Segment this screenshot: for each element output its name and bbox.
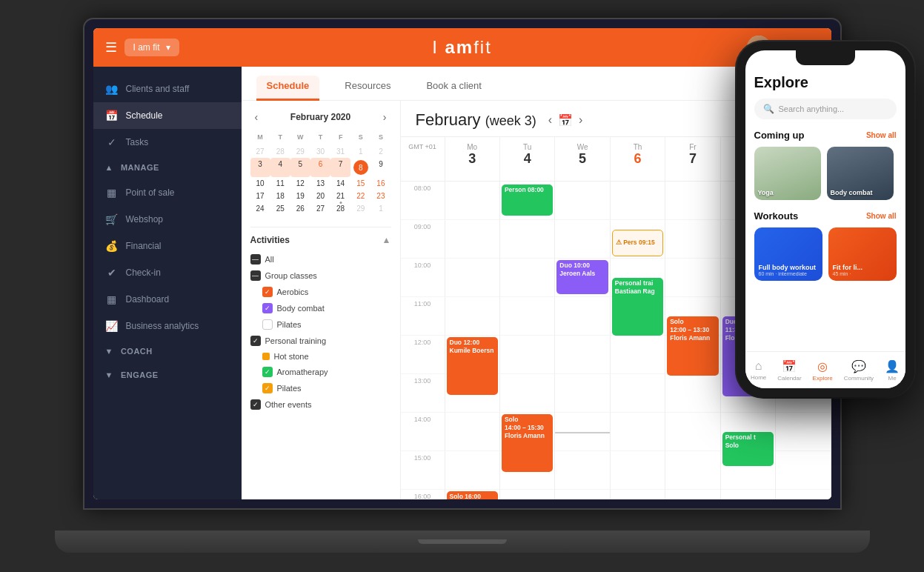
phone-workout-blue[interactable]: Full body workout 60 min · intermediate: [754, 227, 822, 281]
mini-cal-cell[interactable]: 18: [270, 190, 290, 202]
mini-cal-cell[interactable]: 21: [330, 190, 350, 202]
mini-cal-cell[interactable]: 15: [350, 177, 370, 190]
coming-up-show-all[interactable]: Show all: [866, 131, 897, 139]
event-solo-1600[interactable]: Solo 16:00: [447, 491, 498, 499]
sidebar-item-tasks[interactable]: ✓ Tasks: [93, 129, 242, 156]
phone-workout-orange[interactable]: Fit for li... 45 min ·: [828, 227, 897, 281]
sidebar-section-coach[interactable]: ▼ Coach: [93, 339, 242, 363]
checkbox-personal[interactable]: ✓: [250, 336, 261, 346]
mini-cal-prev[interactable]: ‹: [250, 110, 263, 124]
checkin-icon: ✔: [105, 267, 119, 279]
phone-card-yoga[interactable]: Yoga: [754, 147, 821, 200]
mini-cal-cell[interactable]: 5: [290, 158, 310, 177]
mini-cal-cell[interactable]: 9: [370, 158, 390, 177]
hamburger-icon[interactable]: ☰: [105, 39, 117, 56]
phone-nav-calendar[interactable]: 📅 Calendar: [777, 359, 801, 382]
checkbox-pilates[interactable]: [262, 319, 273, 330]
checkbox-aerobics[interactable]: ✓: [262, 287, 273, 297]
mini-cal-cell[interactable]: 23: [370, 190, 390, 202]
checkbox-pilates2[interactable]: ✓: [262, 383, 273, 393]
mini-cal-cell[interactable]: 27: [310, 202, 330, 215]
mini-cal-cell[interactable]: 25: [270, 202, 290, 215]
event-duo-1000[interactable]: Duo 10:00Jeroen Aals: [556, 260, 608, 294]
location-selector[interactable]: I am fit ▾: [124, 39, 179, 56]
phone-nav-me[interactable]: 👤 Me: [885, 359, 900, 382]
mini-cal-cell[interactable]: 31: [330, 145, 350, 158]
event-duo-1200[interactable]: Duo 12:00Kumile Boersn: [447, 337, 498, 395]
event-pers-0915[interactable]: ⚠ Pers 09:15: [612, 230, 663, 256]
mini-cal-cell[interactable]: 1: [370, 202, 390, 215]
sidebar-section-manage[interactable]: ▲ Manage: [93, 156, 242, 179]
phone-nav-home[interactable]: ⌂ Home: [751, 359, 766, 381]
activities-toggle[interactable]: ▲: [382, 235, 391, 245]
pos-icon: ▦: [105, 187, 119, 199]
mini-cal-cell[interactable]: 22: [350, 190, 370, 202]
schedule-prev-btn[interactable]: ‹: [548, 113, 552, 127]
event-solo-1130-fr[interactable]: Solo12:00 – 13:30Floris Amann: [667, 316, 718, 376]
checkbox-aroma[interactable]: ✓: [262, 367, 273, 377]
mini-cal-cell[interactable]: 29: [290, 145, 310, 158]
mini-cal-cell[interactable]: 16: [370, 177, 390, 190]
cell-su-15: [776, 451, 831, 490]
sidebar-item-analytics[interactable]: 📈 Business analytics: [93, 313, 242, 339]
mini-cal-cell[interactable]: 12: [290, 177, 310, 190]
mini-cal-cell[interactable]: 29: [350, 202, 370, 215]
calendar-icon[interactable]: 📅: [558, 113, 573, 127]
mini-cal-next[interactable]: ›: [379, 110, 391, 124]
phone-search[interactable]: 🔍 Search anything...: [754, 99, 897, 119]
mini-cal-cell[interactable]: 28: [270, 145, 290, 158]
sidebar-item-pos[interactable]: ▦ Point of sale: [93, 179, 242, 206]
phone-nav-explore[interactable]: ◎ Explore: [813, 359, 833, 382]
schedule-next-btn[interactable]: ›: [579, 113, 582, 127]
sidebar-item-dashboard[interactable]: ▦ Dashboard: [93, 286, 242, 313]
tab-schedule[interactable]: Schedule: [256, 76, 320, 101]
sidebar-item-financial[interactable]: 💰 Financial: [93, 233, 242, 259]
app-header: ☰ I am fit ▾ I amfit: [93, 28, 831, 67]
phone-card-combat[interactable]: Body combat: [827, 147, 894, 200]
sidebar-item-schedule[interactable]: 📅 Schedule: [93, 102, 242, 129]
mini-cal-cell[interactable]: 30: [310, 145, 330, 158]
mini-cal-cell-today[interactable]: 8: [350, 158, 370, 177]
schedule-title-bold: February: [416, 110, 481, 129]
checkbox-all[interactable]: —: [250, 254, 261, 265]
event-personal-solo-sa[interactable]: Personal tSolo: [722, 432, 774, 466]
mini-cal-cell[interactable]: 4: [270, 158, 290, 177]
community-icon: 💬: [851, 359, 866, 373]
mini-cal-cell[interactable]: 7: [330, 158, 350, 177]
tab-book-client[interactable]: Book a client: [416, 76, 491, 101]
sidebar-label-schedule: Schedule: [126, 110, 163, 121]
sidebar-section-engage[interactable]: ▼ Engage: [93, 363, 242, 387]
mini-cal-cell[interactable]: 26: [290, 202, 310, 215]
left-panel: ‹ February 2020 › M T W: [242, 101, 401, 499]
mini-cal-cell[interactable]: 19: [290, 190, 310, 202]
phone-nav-community[interactable]: 💬 Community: [844, 359, 874, 382]
tab-resources[interactable]: Resources: [334, 76, 401, 101]
cell-mo-09: [445, 220, 500, 259]
mini-cal-cell[interactable]: 3: [250, 158, 270, 177]
event-person-0800[interactable]: Person 08:00: [502, 184, 553, 216]
mini-cal-cell[interactable]: 20: [310, 190, 330, 202]
workouts-show-all[interactable]: Show all: [866, 212, 897, 220]
mini-cal-cell[interactable]: 2: [370, 145, 390, 158]
checkbox-bodycombat[interactable]: ✓: [262, 303, 273, 313]
sidebar-item-clients[interactable]: 👥 Clients and staff: [93, 76, 242, 102]
event-personal-trai[interactable]: Personal traiBastiaan Rag: [612, 278, 663, 336]
mini-cal-cell[interactable]: 14: [330, 177, 350, 190]
event-solo-1400[interactable]: Solo14:00 – 15:30Floris Amann: [502, 414, 553, 472]
sidebar-item-webshop[interactable]: 🛒 Webshop: [93, 206, 242, 233]
checkbox-group[interactable]: —: [250, 270, 261, 281]
checkbox-other[interactable]: ✓: [250, 399, 261, 410]
sidebar-item-checkin[interactable]: ✔ Check-in: [93, 259, 242, 286]
num-fr: 7: [668, 151, 717, 167]
mini-cal-cell[interactable]: 27: [250, 145, 270, 158]
mini-cal-cell[interactable]: 28: [330, 202, 350, 215]
mini-cal-cell[interactable]: 6: [310, 158, 330, 177]
cell-we-14: [555, 413, 610, 451]
mini-cal-cell[interactable]: 13: [310, 177, 330, 190]
mini-cal-cell[interactable]: 1: [350, 145, 370, 158]
mini-cal-cell[interactable]: 11: [270, 177, 290, 190]
mini-cal-cell[interactable]: 10: [250, 177, 270, 190]
activity-label-aroma: Aromatherapy: [277, 368, 328, 376]
mini-cal-cell[interactable]: 24: [250, 202, 270, 215]
mini-cal-cell[interactable]: 17: [250, 190, 270, 202]
